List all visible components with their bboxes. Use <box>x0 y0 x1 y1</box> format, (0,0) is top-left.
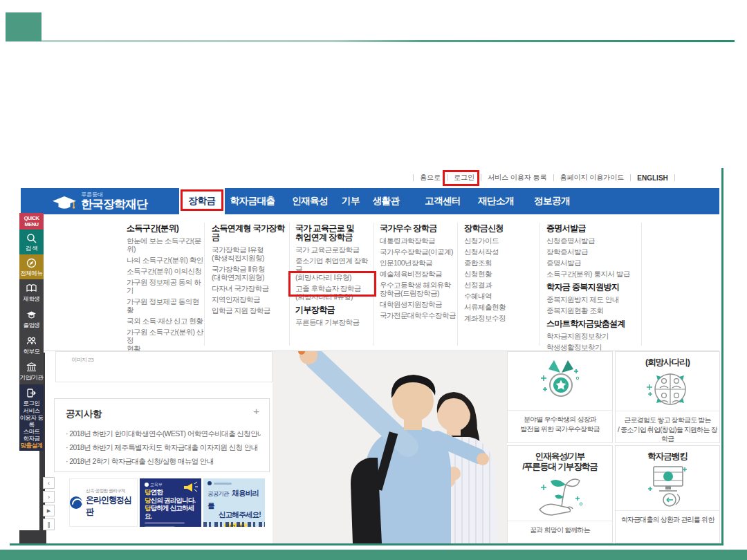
banner-report-rights[interactable]: 교육부 당연한 당신의 권리입니다. 당당하게 신고하세요. <box>140 478 201 527</box>
mega-menu-item[interactable]: 국가장학금 Ⅱ유형 (대학연계지원형) <box>212 265 288 281</box>
mega-menu-item[interactable]: 나의 소득구간(분위) 확인 <box>127 256 204 264</box>
sidebar-item-parents[interactable]: 학부모 <box>19 332 44 358</box>
banner-hiring-corruption[interactable]: 공공기관 채용비리를 신고해주세요! 신고 상담 국번없이 110 또는 139… <box>203 478 265 527</box>
mega-menu-item[interactable]: 중복지원현황 조회 <box>546 306 638 315</box>
banner-admin-appeal[interactable]: 신속·공정한 권리구제 온라인행정심판 <box>69 478 138 527</box>
mega-menu-item[interactable]: 종합조회 <box>464 259 533 267</box>
logo-title: 한국장학재단 <box>81 198 147 211</box>
mega-menu-item[interactable]: 가구원 정보제공 동의 하기 <box>127 278 204 295</box>
mega-menu-item[interactable]: 학자금지원정보찾기 <box>546 332 638 340</box>
promo-card-national-excellence[interactable]: 분야별 우수학생의 성장과 발전을 위한 국가우수장학금 <box>507 351 613 443</box>
sidebar-item-graduate[interactable]: 졸업생 <box>19 306 44 332</box>
graduation-cap-icon <box>53 195 76 216</box>
mega-menu-item[interactable]: 중소기업 취업연계 장학금 (희망사다리 Ⅰ유형) <box>295 256 373 281</box>
utility-bar: 홈으로 로그인 서비스 이용자 등록 홈페이지 이용가이드 ENGLISH <box>413 171 675 185</box>
promo-card-hope-ladder[interactable]: (희망사다리) <box>615 351 720 443</box>
mega-menu-item[interactable]: 신청현황 <box>464 270 533 278</box>
mega-menu-item[interactable]: 신청증명서발급 <box>546 236 638 245</box>
mega-menu-item[interactable]: 장학증서발급 <box>546 248 638 256</box>
divider <box>204 223 205 346</box>
sidebar-item-all-menu[interactable]: 전체메뉴 <box>19 254 44 279</box>
mega-menu-item[interactable]: 다자녀 국가장학금 <box>212 284 288 292</box>
mega-menu-item[interactable]: 소득구간(분위) 통지서 발급 <box>546 270 638 278</box>
banner-carousel-controls: ‹ › ▶ ∥ <box>43 477 55 532</box>
mega-menu-item[interactable]: 소득구간(분위) 이의신청 <box>127 267 204 275</box>
bank-icon <box>26 362 37 373</box>
carousel-prev-button[interactable]: ‹ <box>43 477 55 489</box>
notice-item[interactable]: · 2018년 2학기 학자금대출 신청/실행 매뉴얼 안내 <box>66 454 261 468</box>
mega-menu-item[interactable]: 국외 소득·재산 신고 현황 <box>127 317 204 325</box>
mega-menu-item[interactable]: 대통령과학장학금 <box>380 236 457 245</box>
partial-content-card: 이미지 23 <box>55 351 273 382</box>
banner-line: 당당하게 신고하세요. <box>145 504 196 520</box>
mega-menu-item[interactable]: 국가장학금 Ⅰ유형 (학생직접지원형) <box>212 245 288 262</box>
quick-menu-header: QUICK MENU <box>19 213 44 230</box>
mega-menu-item[interactable]: 학생생활정보찾기 <box>546 343 638 351</box>
divider <box>508 521 612 521</box>
screenshot-frame-bottom <box>10 543 723 545</box>
mega-column-application: 장학금신청 신청가이드 신청서작성 종합조회 신청현황 선정결과 수혜내역 서류… <box>464 224 533 325</box>
mega-menu-item[interactable]: 국가전문대학우수장학금 <box>380 311 457 319</box>
sidebar-item-search[interactable]: 검 색 <box>19 230 44 254</box>
government-logo-icon <box>208 481 212 485</box>
slide-footer-bar <box>0 550 747 560</box>
book-icon <box>26 283 37 294</box>
mega-menu-item[interactable]: 서류제출현황 <box>464 303 533 311</box>
sidebar-item-service-register[interactable]: 서비스 이용자 등록 <box>19 409 44 426</box>
notice-more-button[interactable]: + <box>253 405 259 417</box>
quick-menu-sidebar: QUICK MENU 검 색 전체메뉴 재학생 <box>19 213 44 451</box>
slide: 홈으로 로그인 서비스 이용자 등록 홈페이지 이용가이드 ENGLISH 푸른… <box>0 0 747 560</box>
people-icon <box>26 336 37 346</box>
mega-menu-item[interactable]: 대학원생지원장학금 <box>380 300 457 308</box>
utility-link-register[interactable]: 서비스 이용자 등록 <box>481 173 553 183</box>
mega-column-header: 소득구간(분위) <box>127 224 204 233</box>
sidebar-item-enrolled[interactable]: 재학생 <box>19 279 44 306</box>
mega-menu-item[interactable]: 계좌정보수정 <box>464 314 533 322</box>
site-logo[interactable]: 푸른등대 한국장학재단 <box>53 192 147 216</box>
promo-card-banking[interactable]: 학자금뱅킹 학자금대출의 상환과 관리를 위한 <box>615 445 720 543</box>
utility-link-login[interactable]: 로그인 <box>448 173 481 183</box>
promo-card-donation[interactable]: 인재육성/기부 /푸른등대 기부장학금 꿈과 희망이 함께하는 <box>507 445 613 543</box>
skyline-graphic <box>203 522 265 527</box>
mega-menu-item[interactable]: 우수고등학생 해외유학 장학금(드림장학금) <box>380 281 457 297</box>
main-navbar: 푸른등대 한국장학재단 장학금 학자금대출 인재육성 기부 생활관 고객센터 재… <box>21 188 719 214</box>
notice-item[interactable]: · 2018년 하반기 한미대학생연수(WEST) 어학연수비대출 신청안내 <box>66 427 261 440</box>
mega-menu-item[interactable]: 푸른등대 기부장학금 <box>295 318 373 326</box>
mega-menu-item-highlighted[interactable]: 고졸 후학습자 장학금 (희망사다리 Ⅱ유형) <box>295 284 373 301</box>
mega-menu-item[interactable]: 선정결과 <box>464 281 533 289</box>
utility-link-guide[interactable]: 홈페이지 이용가이드 <box>554 173 631 183</box>
notice-item[interactable]: · 2018년 하반기 제주특별자치도 학자금대출 이자지원 신청 안내 <box>66 440 261 454</box>
mega-menu-item[interactable]: 가구원 정보제공 동의현황 <box>127 297 204 314</box>
mega-menu-item[interactable]: 중복지원방지 제도 안내 <box>546 295 638 304</box>
utility-link-home[interactable]: 홈으로 <box>414 173 447 183</box>
mega-menu-item[interactable]: 국가 교육근로장학금 <box>295 245 373 254</box>
mega-menu-item[interactable]: 신청가이드 <box>464 236 533 245</box>
mega-column-header: 증명서발급 <box>546 224 638 233</box>
mega-menu-item[interactable]: 국가우수장학금(이공계) <box>380 248 457 256</box>
carousel-play-button[interactable]: ▶ <box>43 505 55 516</box>
mega-menu-item[interactable]: 입학금 지원 장학금 <box>212 306 288 315</box>
mega-column-national-excellence: 국가우수 장학금 대통령과학장학금 국가우수장학금(이공계) 인문100년장학금… <box>380 224 457 322</box>
utility-link-english[interactable]: ENGLISH <box>631 174 674 182</box>
carousel-pause-button[interactable]: ∥ <box>43 519 55 530</box>
promo-caption: 꿈과 희망이 함께하는 <box>508 525 612 535</box>
mega-menu-item[interactable]: 인문100년장학금 <box>380 259 457 267</box>
ministry-logo-icon <box>145 483 149 487</box>
divider <box>674 174 675 181</box>
mega-menu-item[interactable]: 한눈에 보는 소득구간(분위) <box>127 236 204 253</box>
banner-subtitle: 신속·공정한 권리구제 <box>86 488 137 494</box>
mega-menu-item[interactable]: 증명서발급 <box>546 259 638 267</box>
promo-title: 학자금뱅킹 <box>616 451 719 462</box>
tab-disclosure[interactable]: 정보공개 <box>517 188 587 214</box>
divider <box>457 223 458 346</box>
mega-menu-item[interactable]: 수혜내역 <box>464 292 533 300</box>
mega-menu-item[interactable]: 신청서작성 <box>464 248 533 256</box>
mega-menu-item[interactable]: 예술체육비전장학금 <box>380 270 457 278</box>
sidebar-item-login[interactable]: 로그인 <box>19 384 44 409</box>
sidebar-item-corporate[interactable]: 기업/기관 <box>19 358 44 384</box>
mega-menu-item[interactable]: 가구원 소득구간(분위) 산정 현황 <box>127 328 204 353</box>
mega-menu-item[interactable]: 지역인재장학금 <box>212 295 288 304</box>
carousel-next-button[interactable]: › <box>43 491 55 503</box>
divider <box>616 510 719 511</box>
sidebar-item-smart-plan[interactable]: 스마트 학자금 맞춤설계 <box>19 426 44 451</box>
